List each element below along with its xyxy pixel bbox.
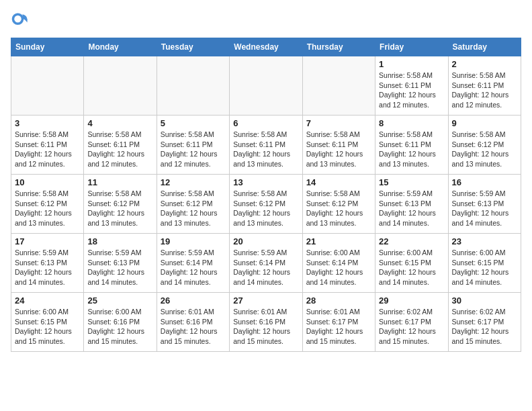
day-number: 19 xyxy=(161,236,226,246)
day-number: 18 xyxy=(87,236,152,246)
day-info: Sunrise: 5:58 AMSunset: 6:12 PMDaylight:… xyxy=(15,189,80,228)
day-number: 11 xyxy=(87,177,152,187)
calendar-cell: 13Sunrise: 5:58 AMSunset: 6:12 PMDayligh… xyxy=(230,175,302,234)
day-number: 30 xyxy=(452,295,517,306)
day-info: Sunrise: 6:01 AMSunset: 6:17 PMDaylight:… xyxy=(306,307,371,347)
weekday-header-wednesday: Wednesday xyxy=(230,38,302,56)
day-number: 29 xyxy=(379,295,444,306)
calendar-cell: 28Sunrise: 6:01 AMSunset: 6:17 PMDayligh… xyxy=(302,293,375,352)
day-number: 22 xyxy=(379,236,444,246)
week-row-1: 3Sunrise: 5:58 AMSunset: 6:11 PMDaylight… xyxy=(11,116,521,175)
day-number: 5 xyxy=(161,118,226,128)
calendar-cell: 29Sunrise: 6:02 AMSunset: 6:17 PMDayligh… xyxy=(375,293,448,352)
calendar-cell: 21Sunrise: 6:00 AMSunset: 6:14 PMDayligh… xyxy=(302,234,375,293)
day-info: Sunrise: 6:00 AMSunset: 6:15 PMDaylight:… xyxy=(15,307,80,347)
calendar-cell: 7Sunrise: 5:58 AMSunset: 6:11 PMDaylight… xyxy=(302,116,375,175)
day-number: 6 xyxy=(233,118,298,128)
calendar-cell: 16Sunrise: 5:59 AMSunset: 6:13 PMDayligh… xyxy=(448,175,521,234)
day-info: Sunrise: 6:00 AMSunset: 6:15 PMDaylight:… xyxy=(379,248,444,287)
day-info: Sunrise: 5:58 AMSunset: 6:11 PMDaylight:… xyxy=(379,71,444,110)
day-info: Sunrise: 5:58 AMSunset: 6:11 PMDaylight:… xyxy=(233,130,298,169)
calendar-cell: 23Sunrise: 6:00 AMSunset: 6:15 PMDayligh… xyxy=(448,234,521,293)
day-number: 21 xyxy=(306,236,371,246)
weekday-header-tuesday: Tuesday xyxy=(157,38,229,56)
calendar-cell: 14Sunrise: 5:58 AMSunset: 6:12 PMDayligh… xyxy=(302,175,375,234)
week-row-0: 1Sunrise: 5:58 AMSunset: 6:11 PMDaylight… xyxy=(11,56,521,116)
day-number: 8 xyxy=(379,118,444,128)
weekday-header-sunday: Sunday xyxy=(11,38,84,56)
calendar-cell: 24Sunrise: 6:00 AMSunset: 6:15 PMDayligh… xyxy=(11,293,84,352)
day-info: Sunrise: 6:01 AMSunset: 6:16 PMDaylight:… xyxy=(233,307,298,347)
week-row-3: 17Sunrise: 5:59 AMSunset: 6:13 PMDayligh… xyxy=(11,234,521,293)
day-number: 27 xyxy=(233,295,298,306)
day-info: Sunrise: 6:02 AMSunset: 6:17 PMDaylight:… xyxy=(452,307,517,347)
day-number: 10 xyxy=(15,177,80,187)
calendar-cell: 6Sunrise: 5:58 AMSunset: 6:11 PMDaylight… xyxy=(230,116,302,175)
day-info: Sunrise: 6:02 AMSunset: 6:17 PMDaylight:… xyxy=(379,307,444,347)
day-info: Sunrise: 5:59 AMSunset: 6:13 PMDaylight:… xyxy=(379,189,444,228)
day-info: Sunrise: 6:01 AMSunset: 6:16 PMDaylight:… xyxy=(161,307,226,347)
calendar-cell: 3Sunrise: 5:58 AMSunset: 6:11 PMDaylight… xyxy=(11,116,84,175)
day-number: 9 xyxy=(452,118,517,128)
weekday-header-saturday: Saturday xyxy=(448,38,521,56)
week-row-4: 24Sunrise: 6:00 AMSunset: 6:15 PMDayligh… xyxy=(11,293,521,352)
day-info: Sunrise: 5:58 AMSunset: 6:12 PMDaylight:… xyxy=(306,189,371,228)
calendar-cell: 22Sunrise: 6:00 AMSunset: 6:15 PMDayligh… xyxy=(375,234,448,293)
calendar-cell: 27Sunrise: 6:01 AMSunset: 6:16 PMDayligh… xyxy=(230,293,302,352)
day-info: Sunrise: 5:58 AMSunset: 6:11 PMDaylight:… xyxy=(15,130,80,169)
day-info: Sunrise: 5:58 AMSunset: 6:11 PMDaylight:… xyxy=(452,71,517,110)
day-info: Sunrise: 5:58 AMSunset: 6:11 PMDaylight:… xyxy=(306,130,371,169)
calendar-cell xyxy=(11,56,84,116)
calendar-cell: 19Sunrise: 5:59 AMSunset: 6:14 PMDayligh… xyxy=(157,234,229,293)
day-number: 12 xyxy=(161,177,226,187)
calendar-cell: 11Sunrise: 5:58 AMSunset: 6:12 PMDayligh… xyxy=(84,175,157,234)
day-info: Sunrise: 5:58 AMSunset: 6:12 PMDaylight:… xyxy=(87,189,152,228)
day-number: 25 xyxy=(87,295,152,306)
day-number: 15 xyxy=(379,177,444,187)
calendar-cell: 8Sunrise: 5:58 AMSunset: 6:11 PMDaylight… xyxy=(375,116,448,175)
calendar-cell: 20Sunrise: 5:59 AMSunset: 6:14 PMDayligh… xyxy=(230,234,302,293)
page-header xyxy=(11,11,521,30)
day-info: Sunrise: 6:00 AMSunset: 6:16 PMDaylight:… xyxy=(87,307,152,347)
calendar-cell: 10Sunrise: 5:58 AMSunset: 6:12 PMDayligh… xyxy=(11,175,84,234)
day-number: 2 xyxy=(452,59,517,69)
calendar-cell: 26Sunrise: 6:01 AMSunset: 6:16 PMDayligh… xyxy=(157,293,229,352)
calendar-cell: 15Sunrise: 5:59 AMSunset: 6:13 PMDayligh… xyxy=(375,175,448,234)
day-info: Sunrise: 5:58 AMSunset: 6:11 PMDaylight:… xyxy=(87,130,152,169)
day-number: 13 xyxy=(233,177,298,187)
day-info: Sunrise: 5:58 AMSunset: 6:11 PMDaylight:… xyxy=(379,130,444,169)
day-number: 20 xyxy=(233,236,298,246)
calendar-cell: 30Sunrise: 6:02 AMSunset: 6:17 PMDayligh… xyxy=(448,293,521,352)
day-info: Sunrise: 5:59 AMSunset: 6:14 PMDaylight:… xyxy=(233,248,298,287)
weekday-header-thursday: Thursday xyxy=(302,38,375,56)
logo xyxy=(11,11,32,30)
day-number: 4 xyxy=(87,118,152,128)
calendar-cell: 4Sunrise: 5:58 AMSunset: 6:11 PMDaylight… xyxy=(84,116,157,175)
day-info: Sunrise: 6:00 AMSunset: 6:15 PMDaylight:… xyxy=(452,248,517,287)
calendar-cell: 25Sunrise: 6:00 AMSunset: 6:16 PMDayligh… xyxy=(84,293,157,352)
calendar-cell: 1Sunrise: 5:58 AMSunset: 6:11 PMDaylight… xyxy=(375,56,448,116)
day-number: 28 xyxy=(306,295,371,306)
calendar-cell: 5Sunrise: 5:58 AMSunset: 6:11 PMDaylight… xyxy=(157,116,229,175)
day-number: 26 xyxy=(161,295,226,306)
day-info: Sunrise: 5:58 AMSunset: 6:12 PMDaylight:… xyxy=(452,130,517,169)
calendar-cell: 9Sunrise: 5:58 AMSunset: 6:12 PMDaylight… xyxy=(448,116,521,175)
calendar-cell xyxy=(230,56,302,116)
calendar-cell xyxy=(302,56,375,116)
weekday-header-monday: Monday xyxy=(84,38,157,56)
calendar-table: SundayMondayTuesdayWednesdayThursdayFrid… xyxy=(11,38,521,352)
day-info: Sunrise: 5:59 AMSunset: 6:13 PMDaylight:… xyxy=(452,189,517,228)
day-number: 7 xyxy=(306,118,371,128)
day-info: Sunrise: 5:59 AMSunset: 6:14 PMDaylight:… xyxy=(161,248,226,287)
weekday-header-row: SundayMondayTuesdayWednesdayThursdayFrid… xyxy=(11,38,521,56)
day-info: Sunrise: 5:58 AMSunset: 6:11 PMDaylight:… xyxy=(161,130,226,169)
calendar-cell: 2Sunrise: 5:58 AMSunset: 6:11 PMDaylight… xyxy=(448,56,521,116)
day-number: 23 xyxy=(452,236,517,246)
day-info: Sunrise: 5:59 AMSunset: 6:13 PMDaylight:… xyxy=(87,248,152,287)
logo-icon xyxy=(11,11,30,30)
calendar-cell xyxy=(157,56,229,116)
week-row-2: 10Sunrise: 5:58 AMSunset: 6:12 PMDayligh… xyxy=(11,175,521,234)
day-number: 14 xyxy=(306,177,371,187)
calendar-cell xyxy=(84,56,157,116)
day-number: 24 xyxy=(15,295,80,306)
